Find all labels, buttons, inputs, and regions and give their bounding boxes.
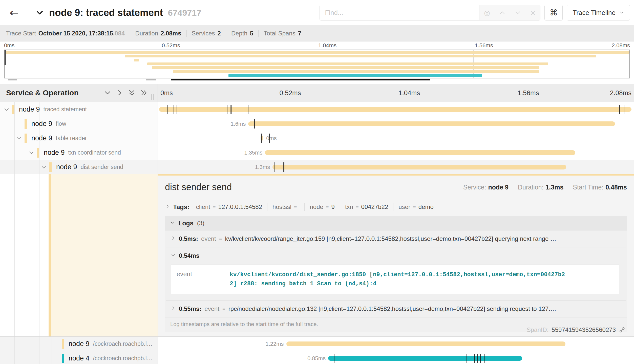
minimap-scrubber[interactable] xyxy=(171,79,430,80)
timeline-grid-header: Service & Operation 0ms0.52ms1.04ms1.56m… xyxy=(0,84,634,102)
log-entry-toggle[interactable]: 0.5ms:event=kv/kvclient/kvcoord/range_it… xyxy=(166,230,626,247)
span-row-label[interactable]: node 9traced statement xyxy=(19,102,87,117)
span-row-tree-cell[interactable]: node 9/cockroach.roachpb.l… xyxy=(0,337,158,351)
span-duration-bar[interactable] xyxy=(272,165,566,169)
minimap-span-bar xyxy=(134,59,139,61)
span-row-label[interactable]: node 9txn coordinator send xyxy=(44,145,121,160)
column-resizer-grip[interactable] xyxy=(151,94,154,100)
clear-search-icon[interactable]: × xyxy=(530,9,536,17)
span-row-tree-cell[interactable]: node 9dist sender send xyxy=(0,160,158,174)
log-marker-tick xyxy=(474,354,475,363)
find-input[interactable] xyxy=(320,5,479,20)
span-duration-label: 0ms xyxy=(266,135,277,142)
service-color-bar xyxy=(25,119,27,129)
separator xyxy=(186,30,187,37)
span-collapse-chevron-icon[interactable] xyxy=(16,135,22,141)
span-row-label[interactable]: node 9flow xyxy=(31,117,66,131)
span-row-timeline-cell[interactable]: 1.3ms xyxy=(158,160,634,174)
minimap-span-bar xyxy=(125,55,596,57)
span-row-timeline-cell[interactable]: 1.6ms xyxy=(158,117,634,131)
operation-name: traced statement xyxy=(44,106,87,113)
span-row-tree-cell[interactable]: node 9txn coordinator send xyxy=(0,145,158,160)
span-row-tree-cell[interactable]: node 9flow xyxy=(0,117,158,131)
trace-view-selector[interactable]: Trace Timeline xyxy=(567,5,630,20)
log-entry-toggle[interactable]: 0.55ms:event=rpc/nodedialer/nodedialer.g… xyxy=(166,301,626,317)
span-collapse-chevron-icon[interactable] xyxy=(4,106,10,113)
link-icon[interactable] xyxy=(619,327,625,333)
keyboard-shortcuts-button[interactable]: ⌘ xyxy=(544,5,563,20)
span-row[interactable]: node 9txn coordinator send1.35ms xyxy=(0,145,634,160)
span-row-tree-cell[interactable]: node 4/cockroach.roachpb.l… xyxy=(0,351,158,364)
match-highlight-icon[interactable]: ◎ xyxy=(484,9,490,17)
equals-sign: = xyxy=(294,204,297,210)
ruler-tick-label: 2.08ms xyxy=(610,89,631,97)
span-duration-label: 1.22ms xyxy=(265,341,284,347)
span-row-label[interactable]: node 9/cockroach.roachpb.l… xyxy=(69,337,153,351)
find-tools: ◎ × xyxy=(479,5,540,20)
span-duration-label: 0.85ms xyxy=(307,355,326,362)
span-row-timeline-cell[interactable]: 0ms xyxy=(158,131,634,145)
span-row[interactable]: node 9flow1.6ms xyxy=(0,117,634,131)
span-duration-bar[interactable] xyxy=(328,356,522,361)
span-row[interactable]: node 9/cockroach.roachpb.l…1.22ms xyxy=(0,337,634,351)
span-collapse-chevron-icon[interactable] xyxy=(41,164,47,170)
span-row-label[interactable]: node 9dist sender send xyxy=(56,160,123,174)
logs-header[interactable]: Logs (3) xyxy=(165,216,627,230)
log-entry: 0.55ms:event=rpc/nodedialer/nodedialer.g… xyxy=(166,300,626,317)
span-row-tree-cell[interactable]: node 9traced statement xyxy=(0,102,158,117)
minimap-drag-handle[interactable] xyxy=(5,50,6,65)
log-marker-tick xyxy=(334,354,334,363)
indent-guide xyxy=(39,160,39,174)
span-row-timeline-cell[interactable]: 0.85ms xyxy=(158,351,634,364)
span-row-timeline-cell[interactable] xyxy=(158,102,634,117)
service-color-bar xyxy=(25,134,27,143)
summary-item-value-muted: .084 xyxy=(113,30,125,37)
next-result-icon[interactable] xyxy=(515,9,521,16)
span-duration-bar[interactable] xyxy=(286,341,565,346)
span-row[interactable]: node 9dist sender send1.3ms xyxy=(0,160,634,174)
log-field-value: kv/kvclient/kvcoord/range_iter.go:159 [n… xyxy=(225,235,556,242)
span-row-tree-cell[interactable]: node 9table reader xyxy=(0,131,158,145)
span-row-label[interactable]: node 9table reader xyxy=(31,131,87,145)
log-marker-tick xyxy=(477,354,478,363)
double-chevron-down-icon[interactable] xyxy=(128,89,136,97)
summary-item: Services2 xyxy=(192,30,221,37)
prev-result-icon[interactable] xyxy=(499,9,505,16)
span-id-label: SpanID: xyxy=(527,326,549,333)
minimap-scrubber[interactable] xyxy=(146,79,156,80)
separator xyxy=(226,30,226,37)
service-color-bar xyxy=(37,148,39,158)
span-duration-bar[interactable] xyxy=(265,150,575,155)
back-button[interactable]: ← xyxy=(0,0,28,25)
chevron-down-icon[interactable] xyxy=(104,89,111,97)
span-duration-bar[interactable] xyxy=(248,121,615,126)
tags-row[interactable]: Tags: client=127.0.0.1:54582hostssl=node… xyxy=(165,201,627,213)
chevron-right-icon xyxy=(165,203,170,210)
span-collapse-chevron-icon[interactable] xyxy=(28,150,34,156)
span-row[interactable]: node 4/cockroach.roachpb.l…0.85ms xyxy=(0,351,634,364)
log-marker-tick xyxy=(230,105,230,114)
chevron-right-icon[interactable] xyxy=(116,89,123,97)
span-row-label[interactable]: node 4/cockroach.roachpb.l… xyxy=(69,351,153,364)
minimap-canvas[interactable] xyxy=(4,50,630,78)
minimap-scrubber[interactable] xyxy=(8,79,17,80)
span-row[interactable]: node 9table reader0ms xyxy=(0,131,634,145)
log-marker-tick xyxy=(269,134,270,143)
tag-chip: txn=00427b22 xyxy=(340,203,393,210)
log-entry-toggle[interactable]: 0.54ms xyxy=(166,247,626,264)
trace-collapse-chevron-icon[interactable] xyxy=(35,8,44,17)
span-row[interactable]: node 9traced statement xyxy=(0,102,634,117)
indent-guide xyxy=(2,102,2,117)
tree-controls xyxy=(104,84,148,102)
tag-key: node xyxy=(310,203,323,210)
span-duration-bar[interactable] xyxy=(261,136,263,141)
separator xyxy=(513,184,513,190)
meta-label: Duration: xyxy=(518,184,543,191)
span-id-value: 5597415943526560273 xyxy=(552,326,616,333)
span-row-timeline-cell[interactable]: 1.35ms xyxy=(158,145,634,160)
chevron-right-icon xyxy=(171,305,176,312)
double-chevron-right-icon[interactable] xyxy=(140,89,148,97)
indent-guide xyxy=(2,145,2,160)
span-row-timeline-cell[interactable]: 1.22ms xyxy=(158,337,634,351)
ruler-tick-label: 0ms xyxy=(160,89,173,97)
